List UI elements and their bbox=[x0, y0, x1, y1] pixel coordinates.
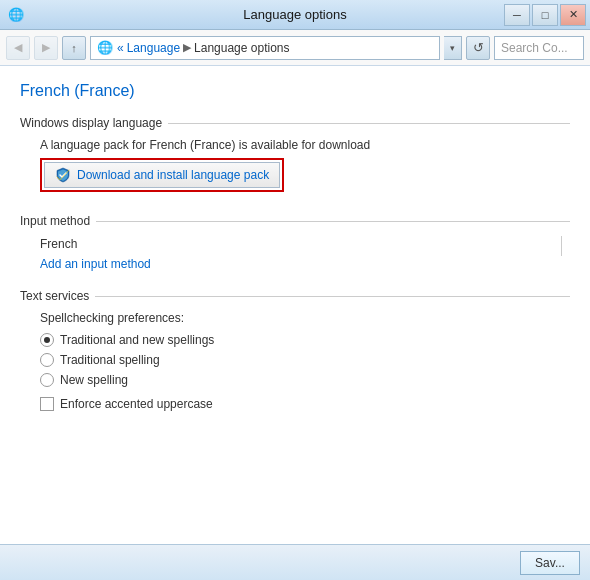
language-pack-info: A language pack for French (France) is a… bbox=[40, 138, 570, 152]
section-header-input: Input method bbox=[20, 214, 570, 228]
breadcrumb-parent[interactable]: « bbox=[117, 41, 124, 55]
close-button[interactable]: ✕ bbox=[560, 4, 586, 26]
section-content-display: A language pack for French (France) is a… bbox=[20, 138, 570, 196]
input-method-row: French bbox=[40, 236, 570, 256]
radio-traditional-label: Traditional spelling bbox=[60, 353, 160, 367]
maximize-button[interactable]: □ bbox=[532, 4, 558, 26]
back-button[interactable]: ◀ bbox=[6, 36, 30, 60]
section-content-input: French Add an input method bbox=[20, 236, 570, 271]
up-button[interactable]: ↑ bbox=[62, 36, 86, 60]
section-header-text: Text services bbox=[20, 289, 570, 303]
window-title: Language options bbox=[243, 7, 346, 22]
radio-item-traditional[interactable]: Traditional spelling bbox=[40, 353, 570, 367]
search-placeholder: Search Co... bbox=[501, 41, 568, 55]
input-method-right-panel bbox=[561, 236, 570, 256]
section-header-display: Windows display language bbox=[20, 116, 570, 130]
refresh-button[interactable]: ↺ bbox=[466, 36, 490, 60]
search-input[interactable]: Search Co... bbox=[494, 36, 584, 60]
window-controls: ─ □ ✕ bbox=[504, 4, 586, 26]
forward-button[interactable]: ▶ bbox=[34, 36, 58, 60]
save-button-label: Sav... bbox=[535, 556, 565, 570]
radio-new-label: New spelling bbox=[60, 373, 128, 387]
minimize-button[interactable]: ─ bbox=[504, 4, 530, 26]
add-input-method-link[interactable]: Add an input method bbox=[40, 257, 151, 271]
shield-icon bbox=[55, 167, 71, 183]
address-input[interactable]: 🌐 « Language ▶ Language options bbox=[90, 36, 440, 60]
radio-item-traditional-new[interactable]: Traditional and new spellings bbox=[40, 333, 570, 347]
breadcrumb-parent-label[interactable]: Language bbox=[127, 41, 180, 55]
radio-new-circle[interactable] bbox=[40, 373, 54, 387]
address-dropdown-button[interactable]: ▾ bbox=[444, 36, 462, 60]
download-install-button[interactable]: Download and install language pack bbox=[44, 162, 280, 188]
windows-display-section: Windows display language A language pack… bbox=[20, 116, 570, 196]
input-method-section: Input method French Add an input method bbox=[20, 214, 570, 271]
radio-traditional-new-label: Traditional and new spellings bbox=[60, 333, 214, 347]
bottom-bar: Sav... bbox=[0, 544, 590, 580]
radio-traditional-circle[interactable] bbox=[40, 353, 54, 367]
spellcheck-label: Spellchecking preferences: bbox=[40, 311, 570, 325]
checkbox-accented-label: Enforce accented uppercase bbox=[60, 397, 213, 411]
page-title: French (France) bbox=[20, 82, 570, 100]
breadcrumb-separator: ▶ bbox=[183, 41, 191, 54]
radio-group-spelling: Traditional and new spellings Traditiona… bbox=[40, 333, 570, 387]
download-button-wrapper: Download and install language pack bbox=[40, 158, 284, 192]
checkbox-accented-box[interactable] bbox=[40, 397, 54, 411]
address-bar: ◀ ▶ ↑ 🌐 « Language ▶ Language options ▾ … bbox=[0, 30, 590, 66]
checkbox-accented-uppercase[interactable]: Enforce accented uppercase bbox=[40, 397, 570, 411]
radio-traditional-new-circle[interactable] bbox=[40, 333, 54, 347]
download-button-label: Download and install language pack bbox=[77, 168, 269, 182]
main-content: French (France) Windows display language… bbox=[0, 66, 590, 580]
section-content-text: Spellchecking preferences: Traditional a… bbox=[20, 311, 570, 411]
save-button[interactable]: Sav... bbox=[520, 551, 580, 575]
app-icon: 🌐 bbox=[8, 7, 24, 23]
text-services-section: Text services Spellchecking preferences:… bbox=[20, 289, 570, 411]
breadcrumb: « Language ▶ Language options bbox=[117, 41, 290, 55]
radio-item-new[interactable]: New spelling bbox=[40, 373, 570, 387]
title-bar: 🌐 Language options ─ □ ✕ bbox=[0, 0, 590, 30]
current-input-method: French bbox=[40, 237, 85, 251]
breadcrumb-current: Language options bbox=[194, 41, 289, 55]
